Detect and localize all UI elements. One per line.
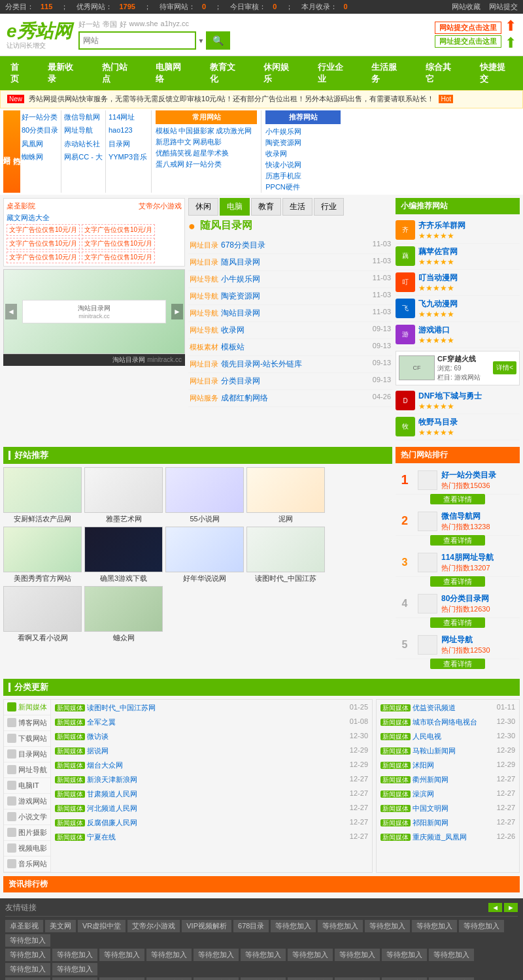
common-link-egg[interactable]: 蛋八戒网: [156, 159, 184, 169]
nav-hot[interactable]: 热门站点: [92, 56, 146, 90]
site-link-good1[interactable]: 好一站分类: [22, 110, 58, 124]
tab-leisure[interactable]: 休闲: [188, 198, 218, 216]
rank-btn-3[interactable]: 查看详情: [430, 576, 485, 587]
common-link-template[interactable]: 模板站: [156, 126, 177, 136]
submit-url-btn[interactable]: 网址提交点击这里: [435, 35, 501, 48]
rank-btn-4[interactable]: 查看详情: [430, 617, 485, 628]
title-6[interactable]: 收录网: [221, 325, 245, 335]
title-5[interactable]: 淘站目录网: [221, 308, 260, 318]
title-7[interactable]: 模板站: [221, 342, 245, 351]
site-name-5[interactable]: 美图秀秀官方网站: [3, 574, 82, 583]
search-button[interactable]: 🔍: [206, 31, 230, 50]
site-name-4[interactable]: 泥网: [246, 514, 325, 524]
fl-r3-5[interactable]: 等待您加入: [194, 977, 239, 980]
common-link-photo[interactable]: 中国摄影家: [178, 126, 214, 136]
ua-title-9[interactable]: 反腐倡廉人民网: [87, 819, 137, 826]
site-name-9[interactable]: 看啊又看小说网: [3, 633, 82, 643]
featured-btn[interactable]: 详情<: [493, 361, 516, 374]
title-9[interactable]: 分类目录网: [221, 376, 260, 385]
ub-title-3[interactable]: 人民电视: [413, 732, 441, 740]
nav-new[interactable]: 最新收录: [37, 56, 92, 90]
rec-link-4[interactable]: 快读小说网: [265, 159, 341, 171]
site-name-1[interactable]: 安厨鲜活农产品网: [3, 514, 82, 524]
fl-11[interactable]: 等待您加入: [459, 920, 504, 932]
ua-title-10[interactable]: 宁夏在线: [87, 833, 116, 841]
submit-link[interactable]: 网站提交: [489, 3, 518, 10]
site-link-catalog[interactable]: 目录网: [109, 137, 147, 151]
ua-title-4[interactable]: 据说网: [87, 747, 109, 755]
title-1[interactable]: 678分类目录: [221, 240, 265, 250]
cat-item-nav[interactable]: 网址导航: [4, 762, 50, 778]
tab-industry[interactable]: 行业: [314, 198, 344, 216]
ad-text-6[interactable]: 文字广告位仅售10元/月: [82, 252, 155, 263]
rank-btn-2[interactable]: 查看详情: [430, 535, 485, 546]
fl-9[interactable]: 等待您加入: [365, 920, 410, 932]
nav-computer[interactable]: 电脑网络: [145, 56, 199, 90]
fl-10[interactable]: 等待您加入: [412, 920, 457, 932]
cat-item-video[interactable]: 视频电影: [4, 841, 50, 857]
nav-leisure[interactable]: 休闲娱乐: [253, 56, 307, 90]
rec-name-3[interactable]: 叮当动漫网: [418, 272, 520, 284]
site-link-114[interactable]: 114网址: [109, 110, 147, 124]
rec-link-2[interactable]: 陶瓷资源网: [265, 137, 341, 148]
rec-name-muye[interactable]: 牧野马目录: [418, 417, 520, 428]
ua-title-3[interactable]: 微访谈: [87, 732, 109, 740]
bookmark-link[interactable]: 网站收藏: [452, 3, 481, 10]
title-3[interactable]: 小牛娱乐网: [221, 274, 260, 284]
common-link-good1[interactable]: 好一站分类: [186, 159, 222, 169]
tab-education[interactable]: 教育: [251, 198, 281, 216]
site-link-hao123[interactable]: hao123: [109, 123, 147, 137]
ua-title-8[interactable]: 河北频道人民网: [87, 804, 137, 812]
header-link-1[interactable]: 好一站: [78, 20, 100, 29]
rec-name-1[interactable]: 齐齐乐羊群网: [418, 220, 520, 231]
ad-text-3[interactable]: 文字广告位仅售10元/月: [7, 238, 80, 250]
fl-r2-8[interactable]: 等待您加入: [335, 949, 380, 961]
site-name-10[interactable]: 蟪众网: [84, 633, 163, 643]
cat-item-it[interactable]: 电脑IT: [4, 778, 50, 794]
fl-r2-4[interactable]: 等待您加入: [146, 949, 192, 961]
fl-7[interactable]: 等待您加入: [271, 920, 316, 932]
fl-prev-btn[interactable]: ◄: [488, 903, 502, 912]
ad-text-2[interactable]: 文字广告位仅售10元/月: [82, 224, 155, 236]
rec-name-4[interactable]: 飞九动漫网: [418, 299, 520, 310]
rank-btn-5[interactable]: 查看详情: [430, 659, 485, 669]
fl-r2-5[interactable]: 等待您加入: [194, 949, 239, 961]
cat-item-novel[interactable]: 小说文学: [4, 809, 50, 825]
ub-title-6[interactable]: 衢州新闻网: [413, 776, 448, 783]
carousel-next[interactable]: ►: [171, 304, 183, 319]
ub-title-2[interactable]: 城市联合网络电视台: [413, 718, 477, 726]
fl-12[interactable]: 等待您加入: [5, 934, 50, 947]
fl-next-btn[interactable]: ►: [504, 903, 518, 912]
fl-r2-7[interactable]: 等待您加入: [288, 949, 333, 961]
site-name-6[interactable]: 确黑3游戏下载: [84, 574, 163, 583]
rank-name-3[interactable]: 114朋网址导航: [441, 552, 520, 563]
rec-name-dnf[interactable]: DNF地下城与勇士: [418, 391, 520, 402]
cat-item-game[interactable]: 游戏网站: [4, 794, 50, 809]
fl-r3-10[interactable]: 等待您加入: [429, 977, 474, 980]
ub-title-8[interactable]: 中国文明网: [413, 804, 448, 812]
rec-link-6[interactable]: PPCN硬件: [265, 182, 341, 193]
rank-name-5[interactable]: 网址导航: [441, 634, 520, 645]
carousel-prev[interactable]: ◄: [5, 304, 17, 319]
ad-text-4[interactable]: 文字广告位仅售10元/月: [82, 238, 155, 250]
site-name-7[interactable]: 好年华说说网: [165, 574, 244, 583]
fl-8[interactable]: 等待您加入: [318, 920, 363, 932]
ad-link-movie[interactable]: 桌圣影院: [7, 201, 35, 211]
title-4[interactable]: 陶瓷资源网: [221, 291, 260, 301]
ad-link-novel[interactable]: 藏文网选大全: [7, 213, 50, 223]
rec-link-3[interactable]: 收录网: [265, 148, 341, 159]
header-link-3[interactable]: 好: [120, 20, 127, 29]
fl-r3-7[interactable]: 等待您加入: [288, 977, 333, 980]
rec-link-1[interactable]: 小牛娱乐网: [265, 126, 341, 137]
ub-title-10[interactable]: 重庆频道_凤凰网: [413, 833, 467, 841]
nav-quicksubmit[interactable]: 快捷提交: [469, 56, 523, 90]
site-link-163[interactable]: 网易CC - 大: [64, 150, 103, 164]
title-2[interactable]: 随风目录网: [221, 257, 260, 267]
cat-item-download[interactable]: 下载网站: [4, 731, 50, 747]
cat-item-blog[interactable]: 博客网站: [4, 715, 50, 731]
nav-industry[interactable]: 行业企业: [307, 56, 362, 90]
cat-item-news[interactable]: 新闻媒体: [4, 700, 50, 715]
cat-item-music[interactable]: 音乐网站: [4, 857, 50, 872]
site-link-spider[interactable]: 蜘蛛网: [22, 150, 58, 164]
fl-r2-12[interactable]: 等待您加入: [52, 963, 97, 975]
